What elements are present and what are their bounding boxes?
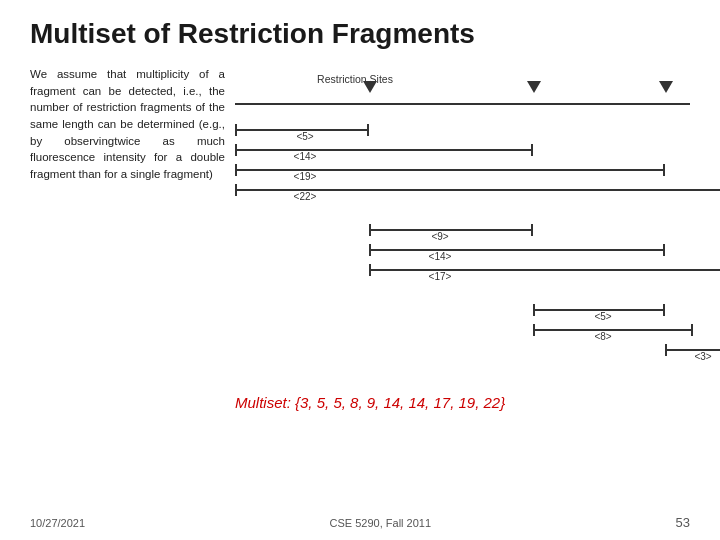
footer-date: 10/27/2021 <box>30 517 85 529</box>
page: Multiset of Restriction Fragments We ass… <box>0 0 720 540</box>
restriction-sites-label: Restriction Sites <box>295 73 415 85</box>
diagram-area: Restriction Sites <5> <14> <19> <box>235 66 690 456</box>
footer-course: CSE 5290, Fall 2011 <box>330 517 432 529</box>
arrow-site-2 <box>527 81 541 93</box>
frag-label-14a: <14> <box>255 151 355 162</box>
footer: 10/27/2021 CSE 5290, Fall 2011 53 <box>30 515 690 530</box>
footer-page: 53 <box>676 515 690 530</box>
frag-label-9: <9> <box>390 231 490 242</box>
arrow-site-1 <box>363 81 377 93</box>
frag-label-19: <19> <box>255 171 355 182</box>
frag-label-5a: <5> <box>255 131 355 142</box>
page-title: Multiset of Restriction Fragments <box>30 18 690 50</box>
left-text-block: We assume that multiplicity of a fragmen… <box>30 66 225 456</box>
multiset-label: Multiset: {3, 5, 5, 8, 9, 14, 14, 17, 19… <box>235 394 690 411</box>
frag-label-3: <3> <box>673 351 720 362</box>
frag-label-5b: <5> <box>553 311 653 322</box>
frag-label-8: <8> <box>553 331 653 342</box>
frag-label-22: <22> <box>255 191 355 202</box>
frag-label-17: <17> <box>390 271 490 282</box>
content-area: We assume that multiplicity of a fragmen… <box>30 66 690 456</box>
frag-label-14b: <14> <box>390 251 490 262</box>
backbone-line <box>235 103 690 105</box>
arrow-site-3 <box>659 81 673 93</box>
diagram-container: Restriction Sites <5> <14> <19> <box>235 71 690 411</box>
